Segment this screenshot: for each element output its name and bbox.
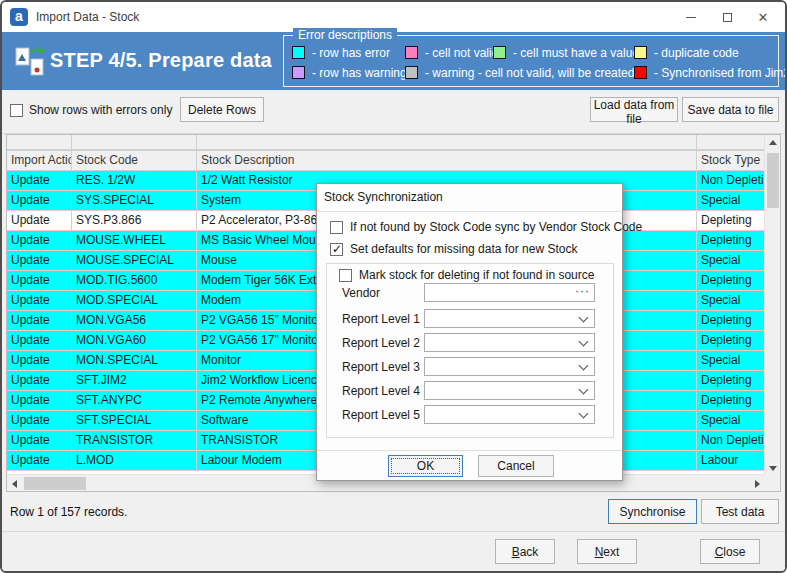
grid-cell-type[interactable]: Special [697,291,765,311]
app-icon: a [10,8,28,26]
close-wizard-button[interactable]: Close [700,539,760,564]
cancel-button[interactable]: Cancel [478,455,554,477]
grid-cell-type[interactable]: Non Depleting [697,431,765,451]
report-level-2-label: Report Level 2 [342,336,420,350]
grid-cell-action[interactable]: Update [7,411,72,431]
step-header: STEP 4/5. Prepare data Error description… [2,32,785,90]
grid-cell-code[interactable]: MOD.SPECIAL [72,291,197,311]
grid-cell-type[interactable]: Depleting [697,311,765,331]
grid-cell-action[interactable]: Update [7,291,72,311]
grid-cell-action[interactable]: Update [7,451,72,471]
ok-button[interactable]: OK [388,455,463,477]
ellipsis-browse-icon[interactable]: ··· [575,284,594,301]
grid-cell-action[interactable]: Update [7,271,72,291]
grid-cell-code[interactable]: MON.SPECIAL [72,351,197,371]
grid-cell-code[interactable]: SFT.SPECIAL [72,411,197,431]
dialog-title-divider [317,211,622,212]
grid-cell-type[interactable]: Special [697,191,765,211]
grid-cell-action[interactable]: Update [7,311,72,331]
grid-cell-code[interactable]: RES. 1/2W [72,171,197,191]
grid-cell-code[interactable]: SYS.SPECIAL [72,191,197,211]
grid-band-row [7,135,765,151]
grid-cell-action[interactable]: Update [7,231,72,251]
chevron-down-icon [579,384,589,394]
grid-cell-action[interactable]: Update [7,371,72,391]
delete-rows-button[interactable]: Delete Rows [180,97,264,122]
report-level-5-select[interactable] [424,405,595,424]
grid-cell-action[interactable]: Update [7,191,72,211]
set-defaults-checkbox[interactable] [330,243,343,256]
grid-cell-type[interactable]: Depleting [697,231,765,251]
column-header-stock-type[interactable]: Stock Type [697,151,765,171]
grid-cell-type[interactable]: Labour [697,451,765,471]
mark-for-deleting-checkbox[interactable] [339,269,352,282]
dialog-title: Stock Synchronization [324,190,443,204]
grid-cell-action[interactable]: Update [7,331,72,351]
grid-cell-code[interactable]: MOD.TIG.5600 [72,271,197,291]
report-level-5-label: Report Level 5 [342,408,420,422]
grid-cell-type[interactable]: Special [697,411,765,431]
grid-cell-type[interactable]: Special [697,351,765,371]
report-level-3-select[interactable] [424,357,595,376]
test-data-button[interactable]: Test data [701,499,779,524]
invalid-color-swatch [405,46,418,59]
load-data-button[interactable]: Load data from file [590,97,678,122]
grid-cell-action[interactable]: Update [7,211,72,231]
grid-cell-code[interactable]: SFT.JIM2 [72,371,197,391]
report-level-1-select[interactable] [424,309,595,328]
grid-cell-code[interactable]: SFT.ANYPC [72,391,197,411]
grid-cell-type[interactable]: Depleting [697,331,765,351]
grid-cell-code[interactable]: MOUSE.SPECIAL [72,251,197,271]
grid-cell-code[interactable]: L.MOD [72,451,197,471]
grid-cell-action[interactable]: Update [7,431,72,451]
minimize-button[interactable] [673,2,709,32]
legend-item-duplicate-code: - duplicate code [634,45,739,60]
vendor-input[interactable] [425,285,575,300]
grid-cell-action[interactable]: Update [7,391,72,411]
sync-by-vendor-option[interactable]: If not found by Stock Code sync by Vendo… [330,220,642,234]
window-controls: ✕ [673,2,781,32]
grid-cell-action[interactable]: Update [7,251,72,271]
toolbar: Show rows with errors only Delete Rows L… [2,90,785,134]
next-button[interactable]: Next [577,539,637,564]
grid-cell-type[interactable]: Depleting [697,371,765,391]
maximize-button[interactable] [709,2,745,32]
grid-cell-code[interactable]: SYS.P3.866 [72,211,197,231]
sync-by-vendor-checkbox[interactable] [330,221,343,234]
grid-cell-code[interactable]: MON.VGA56 [72,311,197,331]
grid-cell-type[interactable]: Depleting [697,271,765,291]
report-level-4-select[interactable] [424,381,595,400]
column-header-stock-code[interactable]: Stock Code [72,151,197,171]
grid-cell-type[interactable]: Special [697,251,765,271]
show-errors-option[interactable]: Show rows with errors only [10,103,172,117]
grid-cell-code[interactable]: TRANSISTOR [72,431,197,451]
scroll-right-icon[interactable] [755,480,760,488]
grid-cell-type[interactable]: Depleting [697,391,765,411]
grid-cell-type[interactable]: Depleting [697,211,765,231]
chevron-down-icon [579,360,589,370]
scroll-left-icon[interactable] [12,480,17,488]
back-button[interactable]: Back [495,539,555,564]
report-level-2-select[interactable] [424,333,595,352]
column-header-stock-description[interactable]: Stock Description [197,151,697,171]
grid-cell-action[interactable]: Update [7,351,72,371]
grid-cell-type[interactable]: Non Depleting [697,171,765,191]
horizontal-scroll-thumb[interactable] [24,477,86,490]
close-button[interactable]: ✕ [745,2,781,32]
mark-for-deleting-option[interactable]: Mark stock for deleting if not found in … [339,268,594,282]
band-cell [697,135,765,150]
grid-cell-action[interactable]: Update [7,171,72,191]
legend-item-row-warning: - row has warning [292,65,407,80]
show-errors-checkbox[interactable] [10,104,23,117]
save-data-button[interactable]: Save data to file [682,97,779,122]
vertical-scroll-thumb[interactable] [767,153,779,208]
vertical-scrollbar[interactable] [764,135,780,476]
import-data-window: a Import Data - Stock ✕ STEP 4/5. Prepar… [0,0,787,573]
grid-cell-code[interactable]: MON.VGA60 [72,331,197,351]
scroll-down-icon[interactable] [769,466,777,471]
grid-cell-code[interactable]: MOUSE.WHEEL [72,231,197,251]
set-defaults-option[interactable]: Set defaults for missing data for new St… [330,242,577,256]
synchronise-button[interactable]: Synchronise [608,499,697,524]
scroll-up-icon[interactable] [769,140,777,145]
column-header-import-action[interactable]: Import Actio [7,151,72,171]
